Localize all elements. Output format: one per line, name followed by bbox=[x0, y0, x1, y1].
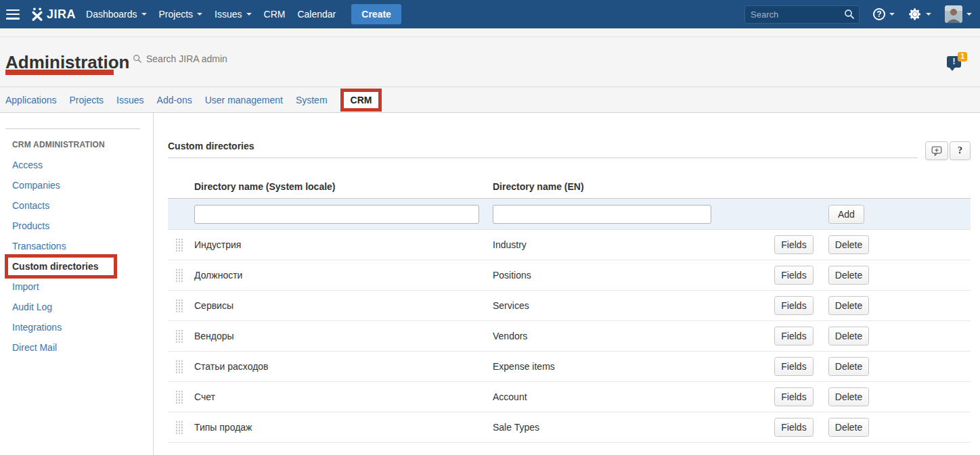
sidebar-item-integrations[interactable]: Integrations bbox=[0, 317, 153, 337]
fields-button[interactable]: Fields bbox=[774, 418, 814, 437]
add-directory-row: Add bbox=[168, 199, 971, 230]
delete-button[interactable]: Delete bbox=[828, 327, 869, 345]
nav-item-projects[interactable]: Projects bbox=[153, 0, 209, 28]
feedback-button[interactable] bbox=[925, 141, 948, 160]
directory-name-en: Sale Types bbox=[493, 422, 774, 433]
sidebar-item-import[interactable]: Import bbox=[0, 277, 153, 297]
table-row: Сервисы Services Fields Delete bbox=[168, 291, 971, 321]
admin-tabbar: Applications Projects Issues Add-ons Use… bbox=[0, 87, 980, 113]
drag-handle-icon[interactable] bbox=[175, 421, 183, 435]
crm-admin-sidebar: CRM ADMINISTRATION Access Companies Cont… bbox=[0, 113, 154, 455]
table-row: Статьи расходов Expense items Fields Del… bbox=[168, 352, 971, 382]
table-header-row: Directory name (System locale) Directory… bbox=[168, 158, 971, 199]
tab-projects[interactable]: Projects bbox=[70, 95, 104, 105]
navbar-search bbox=[744, 5, 860, 24]
drag-handle-icon[interactable] bbox=[175, 299, 183, 313]
jira-logo[interactable]: JIRA bbox=[30, 7, 76, 22]
delete-button[interactable]: Delete bbox=[828, 418, 869, 437]
new-directory-locale-input[interactable] bbox=[194, 205, 479, 224]
sidebar-item-custom-directories[interactable]: Custom directories bbox=[5, 254, 117, 279]
sidebar-item-direct-mail[interactable]: Direct Mail bbox=[0, 337, 153, 358]
directory-name-en: Industry bbox=[493, 239, 774, 250]
delete-button[interactable]: Delete bbox=[828, 387, 869, 406]
fields-button[interactable]: Fields bbox=[774, 235, 814, 254]
section-title: Custom directories bbox=[168, 141, 980, 151]
chevron-down-icon bbox=[197, 13, 202, 16]
drag-handle-icon[interactable] bbox=[175, 390, 183, 404]
chevron-down-icon bbox=[926, 13, 931, 16]
table-row: Вендоры Vendors Fields Delete bbox=[168, 321, 971, 352]
drag-handle-icon[interactable] bbox=[175, 238, 183, 252]
add-button[interactable]: Add bbox=[828, 205, 864, 224]
directory-name-en: Account bbox=[493, 391, 774, 402]
annotation-underline-administration bbox=[5, 70, 114, 75]
top-navbar: JIRA Dashboards Projects Issues CRM Cale… bbox=[0, 0, 980, 28]
tab-add-ons[interactable]: Add-ons bbox=[157, 95, 192, 105]
nav-item-calendar[interactable]: Calendar bbox=[291, 0, 342, 28]
user-profile-menu[interactable] bbox=[945, 5, 972, 23]
new-directory-en-input[interactable] bbox=[493, 205, 711, 224]
fields-button[interactable]: Fields bbox=[774, 296, 814, 315]
admin-header: Administration ! 1 bbox=[0, 37, 980, 87]
navbar-right: ? bbox=[744, 5, 972, 24]
chevron-down-icon bbox=[141, 13, 147, 16]
table-row: Индустрия Industry Fields Delete bbox=[168, 230, 971, 260]
search-input[interactable] bbox=[744, 5, 860, 24]
directory-name-locale: Счет bbox=[194, 391, 493, 402]
delete-button[interactable]: Delete bbox=[828, 357, 869, 376]
delete-button[interactable]: Delete bbox=[828, 266, 869, 285]
tab-crm[interactable]: CRM bbox=[340, 89, 382, 112]
tab-applications[interactable]: Applications bbox=[5, 95, 57, 105]
help-icon: ? bbox=[873, 8, 885, 20]
directory-name-locale: Статьи расходов bbox=[194, 361, 493, 372]
search-icon[interactable] bbox=[844, 9, 855, 20]
directory-name-locale: Вендоры bbox=[194, 331, 493, 341]
feedback-bubble-plus-icon bbox=[931, 145, 943, 157]
notification-badge: 1 bbox=[958, 52, 967, 62]
fields-button[interactable]: Fields bbox=[774, 387, 814, 406]
directory-name-en: Services bbox=[493, 300, 774, 311]
nav-item-crm[interactable]: CRM bbox=[258, 0, 292, 28]
drag-handle-icon[interactable] bbox=[175, 268, 183, 283]
tab-user-management[interactable]: User management bbox=[205, 95, 283, 105]
chevron-down-icon bbox=[246, 13, 252, 16]
column-header-locale: Directory name (System locale) bbox=[194, 181, 493, 192]
help-button[interactable]: ? bbox=[950, 141, 971, 160]
tab-system[interactable]: System bbox=[296, 95, 328, 105]
chevron-down-icon bbox=[966, 13, 972, 16]
directory-name-locale: Сервисы bbox=[194, 300, 493, 311]
avatar bbox=[945, 5, 962, 23]
hamburger-menu-icon[interactable] bbox=[6, 9, 20, 20]
fields-button[interactable]: Fields bbox=[774, 266, 814, 285]
delete-button[interactable]: Delete bbox=[828, 235, 869, 254]
sidebar-heading: CRM ADMINISTRATION bbox=[12, 140, 153, 149]
directory-name-locale: Должности bbox=[194, 270, 493, 281]
create-button[interactable]: Create bbox=[351, 4, 401, 24]
directory-name-en: Expense items bbox=[493, 361, 774, 372]
directory-name-locale: Индустрия bbox=[194, 239, 493, 250]
nav-menu: Dashboards Projects Issues CRM Calendar bbox=[80, 0, 342, 28]
sidebar-list: Access Companies Contacts Products Trans… bbox=[0, 155, 153, 358]
sidebar-item-audit-log[interactable]: Audit Log bbox=[0, 297, 153, 317]
drag-handle-icon[interactable] bbox=[175, 329, 183, 343]
admin-settings-menu[interactable] bbox=[908, 7, 931, 21]
admin-search-input[interactable] bbox=[146, 53, 268, 64]
sidebar-divider bbox=[5, 128, 140, 129]
tab-issues[interactable]: Issues bbox=[116, 95, 143, 105]
nav-item-issues[interactable]: Issues bbox=[208, 0, 257, 28]
directory-name-en: Positions bbox=[493, 270, 774, 281]
nav-item-dashboards[interactable]: Dashboards bbox=[80, 0, 153, 28]
delete-button[interactable]: Delete bbox=[828, 296, 869, 315]
drag-handle-icon[interactable] bbox=[175, 360, 183, 374]
header-spacer-band bbox=[0, 28, 980, 37]
fields-button[interactable]: Fields bbox=[774, 357, 814, 376]
sidebar-item-companies[interactable]: Companies bbox=[0, 175, 153, 195]
fields-button[interactable]: Fields bbox=[774, 327, 814, 345]
sidebar-item-products[interactable]: Products bbox=[0, 216, 153, 236]
main-content: Custom directories ? Directory name (Sys… bbox=[154, 113, 980, 455]
sidebar-item-transactions[interactable]: Transactions bbox=[0, 236, 153, 256]
help-menu[interactable]: ? bbox=[873, 8, 895, 20]
sidebar-item-contacts[interactable]: Contacts bbox=[0, 195, 153, 216]
notification-icon[interactable]: ! 1 bbox=[947, 52, 967, 71]
sidebar-item-access[interactable]: Access bbox=[0, 155, 153, 175]
